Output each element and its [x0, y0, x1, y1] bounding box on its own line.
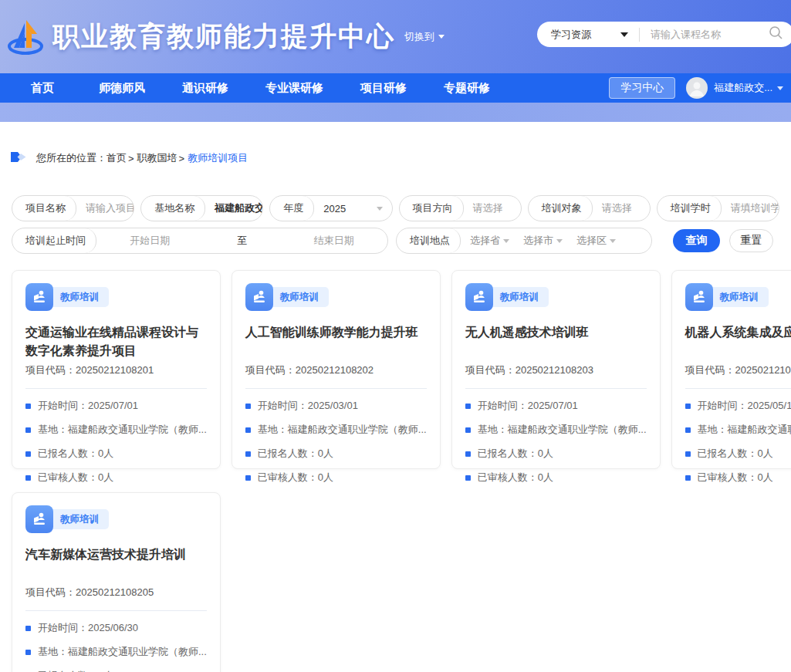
breadcrumb-current: 教师培训项目: [188, 151, 248, 165]
training-type-badge: 教师培训: [707, 287, 769, 307]
breadcrumb-home[interactable]: 首页: [106, 151, 127, 165]
nav-item-xiangmu[interactable]: 项目研修: [360, 81, 407, 96]
info-value: 0人: [538, 447, 553, 459]
card-title[interactable]: 汽车新媒体运营技术提升培训: [25, 545, 207, 583]
info-label: 基地：: [478, 424, 508, 435]
nav-item-tongshi[interactable]: 通识研修: [182, 81, 228, 96]
bullet-icon: [685, 404, 691, 409]
city-select[interactable]: 选择市: [523, 234, 572, 248]
card-code: 项目代码：20250212108204: [685, 363, 791, 377]
divider: [685, 388, 791, 389]
info-label: 基地：: [38, 424, 68, 435]
learning-center-button[interactable]: 学习中心: [609, 77, 675, 99]
filter-label: 培训学时: [657, 196, 722, 221]
card-info-row: 基地：福建船政交通职业学院（教师...: [25, 423, 207, 437]
training-target-select[interactable]: 请选择: [593, 201, 650, 215]
info-label: 已审核人数：: [38, 471, 98, 483]
breadcrumb-zhijiao-guopei[interactable]: 职教国培: [137, 151, 177, 165]
filter-label: 培训地点: [397, 228, 461, 253]
bullet-icon: [25, 451, 31, 457]
district-select[interactable]: 选择区: [576, 234, 625, 248]
card-title[interactable]: 交通运输业在线精品课程设计与数字化素养提升项目: [25, 323, 207, 360]
info-label: 开始时间：: [38, 400, 88, 411]
start-date-input[interactable]: 开始日期: [130, 234, 170, 248]
project-card[interactable]: 教师培训 机器人系统集成及应用技术 项目代码：20250212108204 开始…: [671, 270, 791, 469]
project-card[interactable]: 教师培训 交通运输业在线精品课程设计与数字化素养提升项目 项目代码：202502…: [12, 270, 221, 469]
info-label: 已审核人数：: [478, 471, 538, 483]
banner-strip: [0, 103, 791, 122]
location-marker-icon: [11, 151, 27, 165]
bullet-icon: [25, 626, 31, 631]
avatar[interactable]: [686, 77, 708, 99]
search-category-select[interactable]: 学习资源: [551, 28, 591, 42]
info-text: 基地：福建船政交通职业学院（教师...: [38, 423, 207, 437]
bullet-icon: [685, 475, 691, 481]
search-input[interactable]: 请输入课程名称: [651, 28, 769, 42]
project-direction-select[interactable]: 请选择: [464, 201, 521, 215]
training-type-badge: 教师培训: [47, 287, 109, 307]
card-code-value: 20250212108203: [516, 364, 593, 376]
base-name-input[interactable]: 福建船政交通职业学院: [205, 201, 262, 215]
caret-down-icon[interactable]: [377, 207, 383, 211]
province-select[interactable]: 选择省: [470, 234, 519, 248]
bullet-icon: [685, 451, 691, 457]
card-code: 项目代码：20250212108203: [465, 363, 647, 377]
nav-item-zhuanyeke[interactable]: 专业课研修: [265, 81, 323, 96]
card-title[interactable]: 无人机遥感技术培训班: [465, 323, 647, 360]
info-text: 开始时间：2025/07/01: [38, 399, 138, 413]
card-info-row: 基地：福建船政交通职业学院（教师...: [465, 423, 647, 437]
training-hours-input[interactable]: 请填培训学时: [722, 201, 779, 215]
card-code-label: 项目代码：: [25, 586, 76, 598]
query-button[interactable]: 查询: [673, 229, 720, 252]
card-info-row: 基地：福建船政交通职业学院（教师...: [245, 423, 427, 437]
caret-down-icon[interactable]: [777, 86, 783, 90]
teacher-training-icon: [245, 283, 273, 311]
project-card[interactable]: 教师培训 无人机遥感技术培训班 项目代码：20250212108203 开始时间…: [451, 270, 661, 469]
project-card[interactable]: 教师培训 汽车新媒体运营技术提升培训 项目代码：20250212108205 开…: [12, 492, 221, 672]
project-name-input[interactable]: 请输入项目名称: [76, 201, 134, 215]
user-name[interactable]: 福建船政交...: [714, 81, 772, 95]
switch-to-dropdown[interactable]: 切换到: [404, 30, 445, 44]
info-label: 开始时间：: [478, 400, 528, 411]
info-label: 已报名人数：: [478, 447, 538, 459]
info-value: 2025/06/30: [88, 622, 138, 633]
badge-row: 教师培训: [685, 283, 791, 311]
badge-row: 教师培训: [465, 283, 647, 311]
course-search-bar: 学习资源 请输入课程名称: [537, 22, 791, 47]
info-text: 开始时间：2025/05/11: [698, 399, 791, 413]
card-info-row: 已审核人数：0人: [25, 471, 207, 485]
project-card[interactable]: 教师培训 人工智能训练师教学能力提升班 项目代码：20250212108202 …: [232, 270, 441, 469]
info-text: 已报名人数：0人: [38, 669, 113, 672]
filter-label: 基地名称: [141, 196, 205, 221]
cards-grid: 教师培训 交通运输业在线精品课程设计与数字化素养提升项目 项目代码：202502…: [12, 270, 779, 672]
filter-label: 年度: [270, 196, 314, 221]
info-label: 基地：: [698, 424, 728, 435]
nav-item-home[interactable]: 首页: [31, 81, 54, 96]
card-info-row: 已报名人数：0人: [465, 447, 647, 461]
bullet-icon: [245, 427, 251, 433]
training-type-badge: 教师培训: [487, 287, 549, 307]
filter-row-2: 培训起止时间 开始日期 至 结束日期 培训地点 选择省 选择市 选择区: [12, 228, 779, 254]
reset-button[interactable]: 重置: [729, 229, 773, 252]
info-value: 0人: [98, 471, 113, 483]
card-title[interactable]: 人工智能训练师教学能力提升班: [245, 323, 427, 360]
filter-row-1: 项目名称 请输入项目名称 基地名称 福建船政交通职业学院 年度 2025 项目方…: [12, 195, 779, 221]
filter-training-target: 培训对象 请选择: [528, 195, 651, 221]
card-title[interactable]: 机器人系统集成及应用技术: [685, 323, 791, 360]
date-range-separator: 至: [237, 234, 247, 248]
filter-label: 培训起止时间: [12, 228, 96, 253]
year-select[interactable]: 2025: [314, 203, 373, 214]
breadcrumb-prefix: 您所在的位置：: [36, 151, 106, 165]
info-value: 0人: [758, 471, 773, 483]
info-text: 开始时间：2025/03/01: [258, 399, 358, 413]
divider: [25, 610, 207, 611]
chevron-down-icon[interactable]: [620, 32, 628, 37]
info-label: 开始时间：: [698, 400, 748, 411]
nav-item-zhuanti[interactable]: 专题研修: [444, 81, 490, 96]
nav-item-shide[interactable]: 师德师风: [99, 81, 145, 96]
info-text: 已报名人数：0人: [698, 447, 773, 461]
card-info-row: 开始时间：2025/06/30: [25, 621, 207, 635]
end-date-input[interactable]: 结束日期: [314, 234, 354, 248]
search-icon[interactable]: [769, 25, 783, 43]
filter-date-range: 培训起止时间 开始日期 至 结束日期: [12, 228, 388, 254]
